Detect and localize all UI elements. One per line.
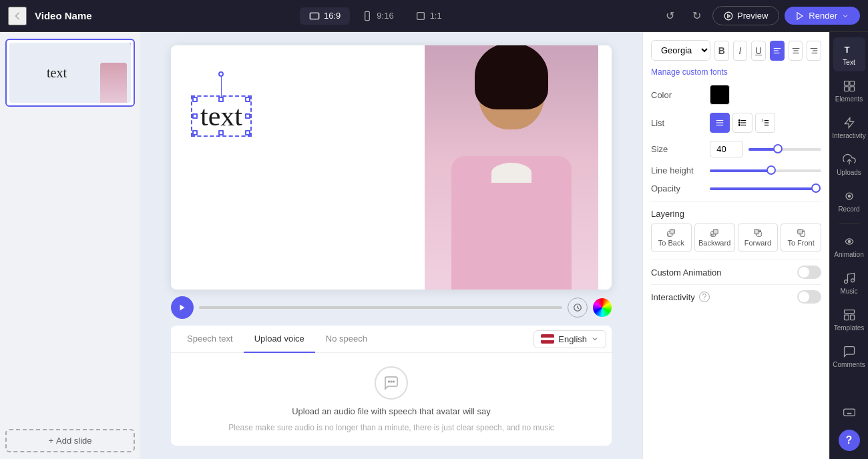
language-label: English: [558, 334, 587, 344]
svg-point-32: [738, 125, 740, 126]
layering-row: Layering To Back Backward Forward: [651, 207, 821, 252]
redo-button[interactable]: ↻: [686, 5, 707, 27]
align-center-button[interactable]: [789, 41, 803, 61]
resize-handle-tm[interactable]: [218, 97, 224, 102]
interactivity-toggle[interactable]: [797, 290, 821, 304]
opacity-label: Opacity: [651, 183, 704, 193]
svg-rect-0: [310, 13, 318, 19]
resize-handle-br[interactable]: [245, 130, 250, 135]
ratio-1-1-button[interactable]: 1:1: [406, 7, 451, 25]
sidebar-item-elements[interactable]: Elements: [833, 74, 865, 108]
sidebar-item-record[interactable]: Record: [833, 184, 865, 218]
sidebar-divider: [839, 223, 859, 224]
to-front-button[interactable]: To Front: [781, 223, 821, 252]
canvas-wrapper: text: [171, 45, 612, 290]
list-row: List 1.: [651, 113, 821, 133]
resize-handle-ml[interactable]: [192, 113, 198, 119]
video-name: Video Name: [35, 10, 92, 21]
right-panel: Georgia B I U Manage custom fonts Color: [642, 32, 829, 459]
sidebar-item-music[interactable]: Music: [833, 266, 865, 300]
opacity-slider[interactable]: [710, 187, 821, 190]
to-back-button[interactable]: To Back: [651, 223, 692, 252]
svg-rect-50: [844, 87, 849, 91]
resize-handle-bm[interactable]: [218, 130, 224, 135]
list-none-button[interactable]: [710, 113, 730, 133]
back-button[interactable]: [8, 7, 27, 25]
resize-handle-tl[interactable]: [192, 97, 198, 102]
size-label: Size: [651, 144, 704, 154]
svg-rect-59: [844, 315, 849, 320]
divider-1: [651, 201, 821, 202]
tab-speech-text[interactable]: Speech text: [176, 326, 244, 353]
underline-button[interactable]: U: [751, 41, 766, 61]
svg-rect-40: [713, 230, 718, 234]
list-buttons: 1.: [710, 113, 775, 133]
timeline-bar[interactable]: [199, 306, 562, 309]
size-slider[interactable]: [748, 148, 821, 151]
resize-handle-bl[interactable]: [192, 130, 198, 135]
slide-text-preview: text: [47, 65, 67, 81]
svg-text:T: T: [844, 45, 849, 55]
list-unordered-button[interactable]: [732, 113, 752, 133]
svg-point-56: [844, 280, 847, 284]
add-slide-plus-icon: +: [48, 436, 53, 446]
ratio-9-16-button[interactable]: 9:16: [353, 7, 403, 25]
svg-point-3: [724, 12, 732, 20]
svg-point-30: [738, 120, 740, 121]
manage-fonts-link[interactable]: Manage custom fonts: [651, 67, 821, 77]
svg-marker-8: [180, 305, 185, 311]
connect-line: [221, 77, 222, 97]
line-height-slider[interactable]: [710, 169, 821, 172]
color-row: Color: [651, 85, 821, 105]
speech-content: Upload an audio file with speech that av…: [171, 353, 612, 446]
svg-rect-43: [754, 230, 759, 234]
color-wheel-button[interactable]: [593, 298, 612, 317]
avatar-hair: [475, 45, 548, 109]
forward-button[interactable]: Forward: [738, 223, 779, 252]
size-input[interactable]: [710, 141, 743, 157]
svg-rect-60: [850, 315, 854, 320]
bold-button[interactable]: B: [714, 41, 729, 61]
list-ordered-button[interactable]: 1.: [755, 113, 775, 133]
align-left-button[interactable]: [770, 41, 785, 61]
size-row: Size: [651, 141, 821, 157]
svg-point-31: [738, 122, 740, 123]
svg-point-54: [848, 195, 850, 197]
custom-animation-toggle[interactable]: [797, 266, 821, 279]
language-selector[interactable]: English: [533, 330, 606, 348]
color-swatch[interactable]: [710, 85, 730, 105]
sidebar-item-templates[interactable]: Templates: [833, 303, 865, 337]
add-slide-button[interactable]: + Add slide: [5, 429, 135, 452]
layering-buttons: To Back Backward Forward To Front: [651, 223, 821, 252]
keyboard-shortcut-button[interactable]: [833, 400, 865, 424]
tab-no-speech[interactable]: No speech: [315, 326, 378, 353]
sidebar-item-animation[interactable]: Animation: [833, 230, 865, 264]
sidebar-item-text[interactable]: T Text: [833, 37, 865, 71]
slide-1[interactable]: 1 text: [5, 39, 135, 107]
text-element[interactable]: text: [191, 95, 252, 137]
italic-button[interactable]: I: [733, 41, 748, 61]
render-button[interactable]: Render: [785, 7, 860, 25]
ratio-16-9-button[interactable]: 16:9: [300, 7, 350, 25]
resize-handle-tr[interactable]: [245, 97, 250, 102]
play-button[interactable]: [171, 296, 194, 319]
topbar: Video Name 16:9 9:16 1:1 ↺ ↻ Preview Ren…: [0, 0, 868, 32]
tab-upload-voice[interactable]: Upload voice: [244, 326, 315, 353]
preview-button[interactable]: Preview: [712, 6, 779, 25]
sidebar-item-interactivity[interactable]: Interactivity: [833, 111, 865, 145]
svg-rect-61: [843, 409, 855, 416]
backward-button[interactable]: Backward: [694, 223, 735, 252]
interactivity-label: Interactivity: [651, 292, 695, 302]
align-right-button[interactable]: [807, 41, 821, 61]
sidebar-item-comments[interactable]: Comments: [833, 340, 865, 374]
font-family-select[interactable]: Georgia: [651, 40, 710, 61]
divider-3: [651, 284, 821, 285]
undo-button[interactable]: ↺: [659, 5, 680, 27]
sidebar-item-uploads[interactable]: Uploads: [833, 147, 865, 181]
timer-button[interactable]: [568, 298, 588, 318]
help-button[interactable]: ?: [839, 430, 860, 451]
color-label: Color: [651, 90, 704, 100]
svg-marker-4: [728, 14, 730, 17]
resize-handle-mr[interactable]: [245, 113, 250, 119]
sidebar-item-animation-label: Animation: [834, 251, 863, 258]
